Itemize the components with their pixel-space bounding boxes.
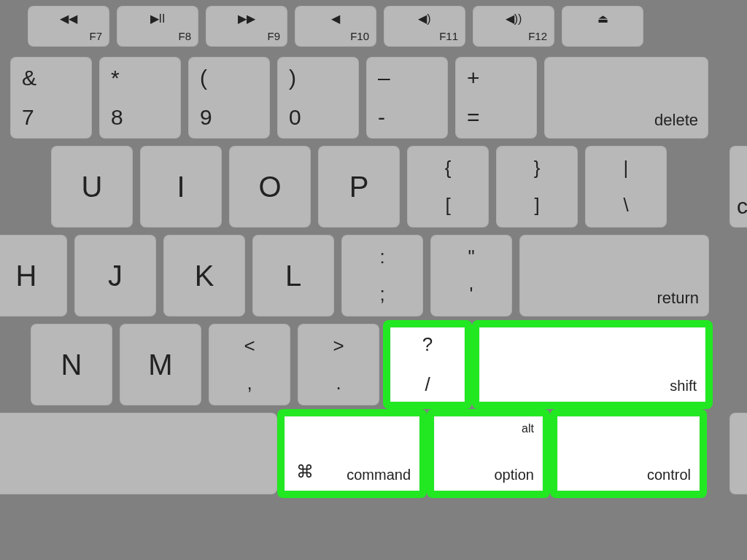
key-label: F12 [528,30,547,42]
key-symbol: * [111,66,120,90]
key-letter: M [148,349,172,381]
key-label: F8 [178,30,191,42]
key-h[interactable]: H [0,235,67,316]
key-lbracket[interactable]: { [ [407,146,489,228]
key-symbol: / [425,373,430,396]
key-f8[interactable]: ▶II F8 [117,6,198,47]
key-symbol: ; [379,283,384,306]
key-label: F7 [89,30,102,42]
key-8[interactable]: * 8 [99,57,181,139]
key-spacebar-partial[interactable] [0,413,277,494]
key-symbol: & [22,66,36,90]
key-right-partial[interactable] [729,413,747,494]
key-letter: K [195,260,214,292]
key-symbol: \ [623,194,628,217]
key-symbol: } [534,157,541,179]
key-0[interactable]: ) 0 [277,57,359,139]
key-label: command [347,467,411,483]
key-symbol: < [244,335,255,357]
key-alt-label: alt [522,422,534,435]
key-f10[interactable]: ◀ F10 [295,6,376,47]
key-p[interactable]: P [318,146,400,228]
key-letter: U [82,171,103,203]
key-letter: L [285,260,301,292]
key-option[interactable]: alt option [427,409,550,498]
key-letter: I [177,171,185,203]
key-9[interactable]: ( 9 [188,57,270,139]
key-symbol: ? [422,333,433,356]
playpause-icon: ▶II [150,12,166,26]
key-letter: O [258,171,281,203]
key-symbol: : [379,246,384,268]
eject-icon: ⏏ [597,12,608,26]
key-symbol: . [336,372,341,394]
key-symbol: 7 [22,105,34,130]
key-minus[interactable]: – - [366,57,448,139]
command-icon: ⌘ [296,462,314,482]
key-j[interactable]: J [74,235,156,316]
key-symbol: ( [200,66,207,90]
fastforward-icon: ▶▶ [238,12,255,26]
key-symbol: 0 [289,105,301,130]
key-label: F10 [350,30,369,42]
key-eject[interactable]: ⏏ [562,6,643,47]
key-symbol: 8 [111,105,123,130]
key-partial-right[interactable]: c [729,146,747,228]
key-control[interactable]: control [550,409,707,498]
key-symbol: ' [470,283,473,306]
key-letter: J [108,260,123,292]
key-period[interactable]: > . [298,324,379,405]
key-symbol: ) [289,66,296,90]
key-l[interactable]: L [252,235,334,316]
key-symbol: > [333,335,344,357]
key-symbol: – [378,66,390,90]
key-label: return [657,289,699,308]
key-delete[interactable]: delete [544,57,708,139]
key-symbol: , [247,372,252,394]
key-symbol: " [468,246,474,268]
key-quote[interactable]: " ' [430,235,512,316]
key-i[interactable]: I [140,146,222,228]
key-symbol: { [445,157,452,179]
key-letter: N [61,349,82,381]
key-label: delete [654,111,698,130]
key-label: shift [670,378,697,394]
key-label: F11 [439,30,458,42]
key-f9[interactable]: ▶▶ F9 [206,6,287,47]
key-label: F9 [267,30,280,42]
key-rbracket[interactable]: } ] [496,146,578,228]
key-symbol: ] [534,194,539,217]
key-semicolon[interactable]: : ; [341,235,423,316]
key-command[interactable]: ⌘ command [277,409,427,498]
key-letter: P [349,171,369,203]
key-m[interactable]: M [120,324,201,405]
key-letter: c [737,194,747,219]
key-7[interactable]: & 7 [10,57,92,139]
key-symbol: 9 [200,105,212,130]
volup-icon: ◀)) [506,12,522,26]
key-f12[interactable]: ◀)) F12 [473,6,554,47]
key-backslash[interactable]: | \ [585,146,667,228]
key-return[interactable]: return [519,235,709,316]
mute-icon: ◀ [331,12,340,26]
key-equals[interactable]: + = [455,57,537,139]
key-label: option [495,467,535,483]
key-symbol: [ [445,194,450,217]
key-u[interactable]: U [51,146,133,228]
key-symbol: + [467,66,480,90]
key-symbol: | [624,157,629,179]
key-n[interactable]: N [31,324,112,405]
key-k[interactable]: K [163,235,245,316]
key-slash[interactable]: ? / [383,320,472,409]
key-f7[interactable]: ◀◀ F7 [28,6,109,47]
key-f11[interactable]: ◀) F11 [384,6,465,47]
voldown-icon: ◀) [418,12,430,26]
rewind-icon: ◀◀ [60,12,77,26]
key-label: control [647,467,691,483]
key-symbol: - [378,105,385,130]
key-letter: H [16,260,37,292]
key-symbol: = [467,105,480,130]
key-o[interactable]: O [229,146,311,228]
key-shift[interactable]: shift [472,320,713,409]
key-comma[interactable]: < , [209,324,290,405]
